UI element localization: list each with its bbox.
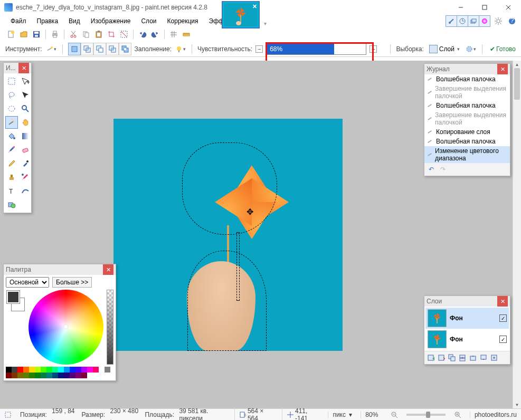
swatch[interactable] (64, 367, 70, 373)
layer-down[interactable] (478, 352, 489, 363)
tool-move-selection[interactable]: + (19, 75, 32, 88)
tool-lasso[interactable] (5, 89, 18, 101)
swatch[interactable] (70, 367, 75, 373)
close-button[interactable] (496, 0, 520, 15)
redo-icon[interactable] (149, 28, 161, 40)
layer-visible-checkbox[interactable]: ✓ (499, 336, 507, 343)
selection-xor[interactable] (119, 43, 131, 55)
menu-layers[interactable]: Слои (136, 16, 162, 26)
tool-clone[interactable] (5, 171, 18, 184)
grid-icon[interactable] (168, 28, 179, 40)
swatch[interactable] (81, 373, 87, 378)
layer-delete[interactable]: × (436, 352, 447, 363)
print-icon[interactable] (49, 28, 61, 40)
swatch[interactable] (17, 367, 23, 373)
swatch[interactable] (99, 367, 105, 373)
layer-properties[interactable] (489, 352, 499, 363)
tool-recolor[interactable] (19, 171, 32, 184)
tool-line[interactable] (19, 185, 32, 197)
layers-list[interactable]: Фон✓Фон✓ (424, 307, 510, 351)
selection-add[interactable] (81, 43, 93, 55)
swatch[interactable] (17, 373, 23, 378)
util-layers-icon[interactable] (468, 15, 479, 27)
layers-panel-title[interactable]: Слои ✕ (424, 296, 510, 307)
layer-duplicate[interactable] (447, 352, 457, 363)
tool-move-pixels[interactable] (19, 89, 32, 101)
swatch[interactable] (70, 373, 75, 378)
swatch[interactable] (12, 373, 17, 378)
sampling-option[interactable] (465, 43, 477, 55)
history-item[interactable]: Волшебная палочка (424, 101, 510, 110)
palette-panel-title[interactable]: Палитра ✕ (4, 264, 116, 275)
swatch[interactable] (58, 367, 64, 373)
layers-close[interactable]: ✕ (497, 296, 508, 307)
scroll-thumb[interactable] (514, 68, 520, 100)
swatch[interactable] (12, 367, 17, 373)
swatch[interactable] (105, 367, 110, 373)
swatch[interactable] (52, 367, 58, 373)
history-list[interactable]: Волшебная палочкаЗавершение выделения па… (424, 74, 510, 163)
color-wheel[interactable] (29, 290, 103, 365)
zoom-in-icon[interactable] (450, 411, 466, 418)
tabs-dropdown-icon[interactable]: ▾ (264, 21, 267, 26)
swatch[interactable] (29, 367, 35, 373)
swatch[interactable] (46, 367, 52, 373)
tool-eraser[interactable] (19, 144, 32, 156)
status-unit[interactable]: пикс ▾ (328, 411, 356, 418)
history-panel-title[interactable]: Журнал ✕ (424, 64, 510, 74)
util-history-icon[interactable] (457, 15, 468, 27)
tool-eyedropper[interactable] (19, 157, 32, 170)
tolerance-slider[interactable]: 68% (266, 43, 366, 55)
settings-icon[interactable] (492, 15, 504, 27)
swatch[interactable] (35, 373, 41, 378)
tool-fill[interactable] (5, 130, 18, 142)
open-file-icon[interactable] (18, 28, 30, 40)
history-item[interactable]: Завершение выделения палочкой (424, 84, 510, 101)
swatch[interactable] (81, 367, 87, 373)
tool-pan[interactable] (19, 116, 32, 129)
crop-icon[interactable] (106, 28, 117, 40)
swatch[interactable] (87, 367, 93, 373)
tolerance-decrease[interactable]: − (255, 45, 263, 53)
history-item[interactable]: Волшебная палочка (424, 74, 510, 84)
menu-adjust[interactable]: Коррекция (162, 16, 204, 26)
zoom-slider[interactable] (406, 414, 446, 416)
tool-ellipse-select[interactable] (5, 102, 18, 115)
maximize-button[interactable] (472, 0, 496, 15)
menu-edit[interactable]: Правка (32, 16, 64, 26)
help-icon[interactable]: ? (506, 15, 518, 27)
layer-add[interactable]: + (425, 352, 436, 363)
tools-close[interactable]: ✕ (18, 63, 29, 73)
layer-visible-checkbox[interactable]: ✓ (499, 314, 507, 322)
scroll-up-icon[interactable]: ▲ (513, 61, 521, 68)
history-item[interactable]: Завершение выделения палочкой (424, 110, 510, 127)
tool-rect-select[interactable] (5, 75, 18, 88)
vertical-scrollbar[interactable]: ▲ ▼ (513, 61, 521, 408)
swatch[interactable] (6, 373, 12, 378)
new-file-icon[interactable] (5, 28, 17, 40)
ruler-icon[interactable] (181, 28, 192, 40)
canvas-image[interactable]: ✥ (113, 119, 343, 351)
layer-up[interactable] (468, 352, 478, 363)
swatch[interactable] (52, 373, 58, 378)
minimize-button[interactable] (449, 0, 472, 15)
tool-selector[interactable] (45, 43, 57, 55)
history-close[interactable]: ✕ (497, 64, 508, 74)
swatch[interactable] (46, 373, 52, 378)
swatch[interactable] (23, 373, 29, 378)
zoom-out-icon[interactable] (386, 411, 402, 418)
fg-bg-colors[interactable] (7, 291, 24, 311)
tool-gradient[interactable] (19, 130, 32, 142)
swatch[interactable] (35, 367, 41, 373)
undo-icon[interactable] (137, 28, 148, 40)
tool-text[interactable]: T (5, 185, 18, 197)
history-item[interactable]: Копирование слоя (424, 127, 510, 137)
swatch[interactable] (93, 367, 99, 373)
selection-subtract[interactable] (93, 43, 106, 55)
tool-pencil[interactable] (5, 157, 18, 170)
alpha-slider[interactable] (107, 290, 113, 365)
tool-zoom[interactable] (19, 102, 32, 115)
paste-icon[interactable] (93, 28, 105, 40)
util-tools-icon[interactable] (446, 15, 457, 27)
history-undo[interactable]: ↶ (427, 165, 436, 174)
